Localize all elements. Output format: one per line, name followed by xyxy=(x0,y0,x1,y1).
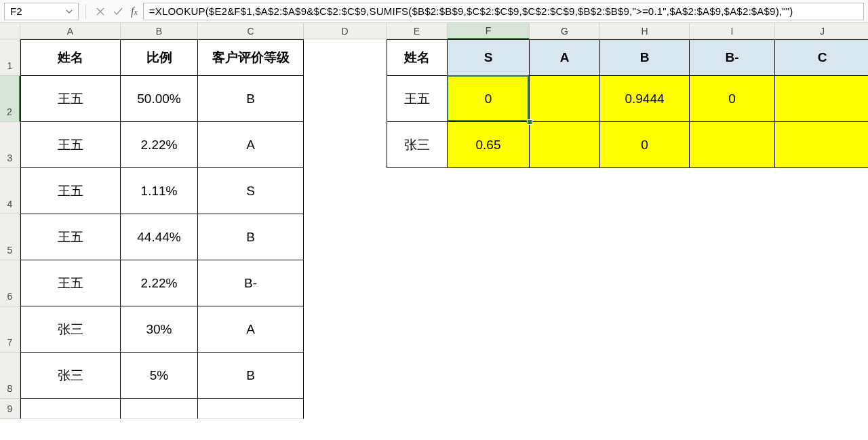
formula-text: =XLOOKUP($E2&F$1,$A$2:$A$9&$C$2:$C$9,SUM… xyxy=(149,5,793,17)
select-all-corner[interactable] xyxy=(0,23,20,39)
row-header-2[interactable]: 2 xyxy=(0,76,20,122)
row-header-4[interactable]: 4 xyxy=(0,168,20,214)
col-header-C[interactable]: C xyxy=(198,23,304,39)
cell-A3[interactable]: 王五 xyxy=(20,122,121,168)
col-header-B[interactable]: B xyxy=(121,23,198,39)
row-header-8[interactable]: 8 xyxy=(0,353,20,399)
cell-A5[interactable]: 王五 xyxy=(20,214,121,260)
cell-B3[interactable]: 2.22% xyxy=(121,122,198,168)
formula-input[interactable]: =XLOOKUP($E2&F$1,$A$2:$A$9&$C$2:$C$9,SUM… xyxy=(143,3,864,20)
cell-C5[interactable]: B xyxy=(198,214,304,260)
cell-F2[interactable]: 0 xyxy=(448,76,530,122)
col-header-H[interactable]: H xyxy=(600,23,690,39)
cell-F1[interactable]: S xyxy=(448,39,530,76)
row-header-5[interactable]: 5 xyxy=(0,214,20,260)
formula-bar: F2 fx =XLOOKUP($E2&F$1,$A$2:$A$9&$C$2:$C… xyxy=(0,0,868,23)
cell-J2[interactable] xyxy=(775,76,868,122)
col-header-G[interactable]: G xyxy=(530,23,600,39)
cell-A2[interactable]: 王五 xyxy=(20,76,121,122)
cell-E1[interactable]: 姓名 xyxy=(387,39,448,76)
cell-B6[interactable]: 2.22% xyxy=(121,260,198,306)
cell-A6[interactable]: 王五 xyxy=(20,260,121,306)
cell-G1[interactable]: A xyxy=(530,39,600,76)
row-header-6[interactable]: 6 xyxy=(0,260,20,306)
row-header-1[interactable]: 1 xyxy=(0,39,20,76)
cell-H3[interactable]: 0 xyxy=(600,122,690,168)
cell-A4[interactable]: 王五 xyxy=(20,168,121,214)
cell-A1[interactable]: 姓名 xyxy=(20,39,121,76)
cell-C6[interactable]: B- xyxy=(198,260,304,306)
cell-C4[interactable]: S xyxy=(198,168,304,214)
cell-C9[interactable] xyxy=(198,399,304,419)
fx-icon[interactable]: fx xyxy=(128,5,140,18)
row-header-3[interactable]: 3 xyxy=(0,122,20,168)
cell-B7[interactable]: 30% xyxy=(121,306,198,353)
cell-C2[interactable]: B xyxy=(198,76,304,122)
cell-B2[interactable]: 50.00% xyxy=(121,76,198,122)
cell-C7[interactable]: A xyxy=(198,306,304,353)
cell-J3[interactable] xyxy=(775,122,868,168)
name-box-value: F2 xyxy=(10,5,22,17)
cell-A7[interactable]: 张三 xyxy=(20,306,121,353)
row-headers: 123456789 xyxy=(0,39,20,419)
col-header-I[interactable]: I xyxy=(690,23,775,39)
cell-E2[interactable]: 王五 xyxy=(387,76,448,122)
cell-E3[interactable]: 张三 xyxy=(387,122,448,168)
cell-J1[interactable]: C xyxy=(775,39,868,76)
cell-G2[interactable] xyxy=(530,76,600,122)
cell-I1[interactable]: B- xyxy=(690,39,775,76)
cell-H2[interactable]: 0.9444 xyxy=(600,76,690,122)
cell-B5[interactable]: 44.44% xyxy=(121,214,198,260)
col-header-E[interactable]: E xyxy=(387,23,448,39)
cell-F3[interactable]: 0.65 xyxy=(448,122,530,168)
chevron-down-icon[interactable] xyxy=(66,5,73,17)
cell-I3[interactable] xyxy=(690,122,775,168)
col-header-A[interactable]: A xyxy=(20,23,121,39)
separator xyxy=(85,4,86,19)
cell-A8[interactable]: 张三 xyxy=(20,353,121,399)
cell-C3[interactable]: A xyxy=(198,122,304,168)
cell-B4[interactable]: 1.11% xyxy=(121,168,198,214)
col-header-D[interactable]: D xyxy=(304,23,387,39)
spreadsheet-grid[interactable]: ABCDEFGHIJ 123456789 姓名比例客户评价等级王五50.00%B… xyxy=(0,23,868,440)
cell-C8[interactable]: B xyxy=(198,353,304,399)
col-header-J[interactable]: J xyxy=(775,23,868,39)
cell-I2[interactable]: 0 xyxy=(690,76,775,122)
cell-A9[interactable] xyxy=(20,399,121,419)
cell-B1[interactable]: 比例 xyxy=(121,39,198,76)
cell-H1[interactable]: B xyxy=(600,39,690,76)
cell-G3[interactable] xyxy=(530,122,600,168)
cell-B8[interactable]: 5% xyxy=(121,353,198,399)
cancel-icon[interactable] xyxy=(93,4,108,19)
cell-B9[interactable] xyxy=(121,399,198,419)
col-header-F[interactable]: F xyxy=(448,23,530,39)
row-header-9[interactable]: 9 xyxy=(0,399,20,419)
confirm-icon[interactable] xyxy=(111,4,125,19)
column-headers: ABCDEFGHIJ xyxy=(20,23,868,39)
cell-C1[interactable]: 客户评价等级 xyxy=(198,39,304,76)
row-header-7[interactable]: 7 xyxy=(0,306,20,353)
name-box[interactable]: F2 xyxy=(4,3,79,20)
